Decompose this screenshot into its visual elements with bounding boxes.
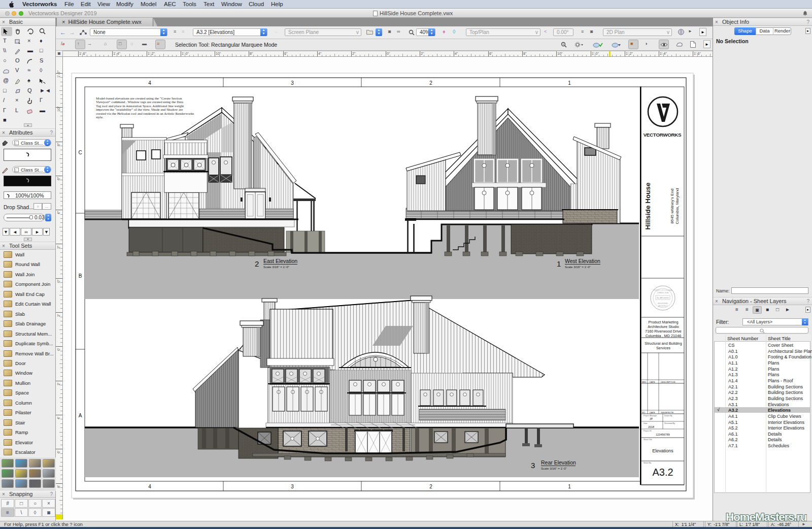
svg-text:A3.2: A3.2 [652,467,673,478]
svg-text:created via the Heliodon to: created via the Heliodon tool and render… [96,112,194,115]
svg-text:ARCHITECT: ARCHITECT [658,305,667,307]
svg-text:REGISTERED: REGISTERED [658,303,668,305]
svg-text:Viewport” command . Window: Viewport” command . Window tags are crea… [96,100,183,104]
svg-text:3: 3 [291,80,294,86]
svg-text:4: 4 [148,80,151,86]
svg-text:C: C [78,150,82,155]
svg-text:JOHN R. DOE: JOHN R. DOE [657,292,669,294]
svg-text:8645 whitney's End: 8645 whitney's End [670,188,674,223]
svg-text:REV: REV [642,381,647,383]
svg-text:Project ID: Project ID [644,430,652,432]
svg-text:Structural and Building: Structural and Building [645,341,682,346]
svg-text:ISSUE/NOTE: ISSUE/NOTE [661,411,674,414]
svg-text:style.: style. [96,115,104,119]
svg-text:2: 2 [429,80,432,86]
svg-text:Sheet Title: Sheet Title [644,439,652,441]
svg-text:Model-based elevations are: Model-based elevations are created using… [96,96,182,100]
svg-text:Columbia, Maryland: Columbia, Maryland [675,188,680,224]
svg-text:2: 2 [429,484,432,489]
svg-text:A: A [79,413,82,418]
svg-text:Drawn By: Drawn By [664,415,672,417]
svg-text:Project Manager: Project Manager [644,415,657,417]
svg-text:Product Marketing: Product Marketing [648,320,678,324]
svg-text:4: 4 [148,484,151,489]
svg-text:Elevations: Elevations [652,448,673,453]
svg-text:East Elevation: East Elevation [263,258,297,264]
svg-text:Date: Date [644,422,648,424]
svg-text:DISTRICT OF COLUMBIA: DISTRICT OF COLUMBIA [653,289,672,291]
svg-text:improves the “readability”: improves the “readability” of the view. … [96,108,183,111]
svg-text:JP: JP [650,417,653,420]
svg-text:Scale 3/16" = 1'-0": Scale 3/16" = 1'-0" [565,265,591,269]
svg-text:NO.: NO. [642,411,646,414]
svg-text:Services: Services [656,346,670,350]
svg-text:3: 3 [291,484,294,489]
svg-text:2: 2 [255,259,259,268]
svg-text:3: 3 [531,461,535,470]
svg-text:Sheet No.: Sheet No. [644,462,652,464]
svg-text:DESCRIPTION: DESCRIPTION [661,381,675,383]
svg-text:Reviewed By: Reviewed By [664,422,675,424]
svg-text:1: 1 [568,80,571,86]
svg-text:1: 1 [557,259,561,268]
svg-text:HomeMasters.ru: HomeMasters.ru [726,511,807,523]
svg-text:No. ARC00000: No. ARC00000 [657,297,668,299]
svg-text:DATE: DATE [650,411,655,414]
svg-text:2018: 2018 [648,425,654,428]
svg-text:Scale 3/16" = 1'-0": Scale 3/16" = 1'-0" [263,265,289,269]
svg-text:1: 1 [568,484,571,489]
svg-text:DATE: DATE [650,381,655,383]
svg-text:VECTORWORKS: VECTORWORKS [644,132,682,138]
svg-text:Hillside House: Hillside House [644,182,652,230]
svg-text:Tag tool and place in Annot: Tag tool and place in Annotation Space. … [96,104,184,108]
svg-text:West Elevation: West Elevation [565,258,600,264]
svg-text:Columbia , MD 21046: Columbia , MD 21046 [646,334,682,338]
svg-text:Scale 3/16" = 1'-0": Scale 3/16" = 1'-0" [541,467,567,470]
svg-text:7160 Riverwood Drive: 7160 Riverwood Drive [645,329,682,334]
svg-text:123456789: 123456789 [656,433,670,436]
svg-text:Architecture Studio: Architecture Studio [648,324,679,329]
svg-text:B: B [79,273,82,279]
svg-text:Rear Elevation: Rear Elevation [541,459,576,466]
